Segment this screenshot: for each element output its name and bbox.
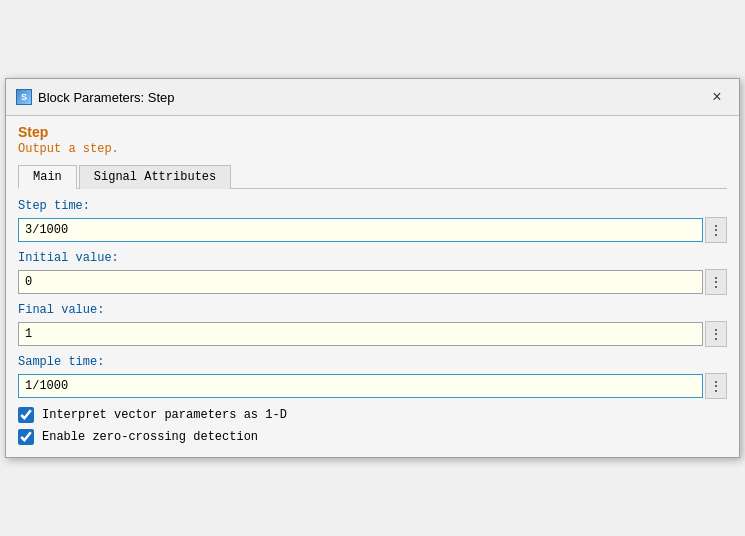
block-name: Step [18, 124, 727, 140]
dialog-block-parameters: S Block Parameters: Step × Step Output a… [5, 78, 740, 458]
input-sample-time[interactable] [18, 374, 703, 398]
block-description: Output a step. [18, 142, 727, 156]
checkbox-label-zero-crossing: Enable zero-crossing detection [42, 430, 258, 444]
checkbox-row-interpret-vector: Interpret vector parameters as 1-D [18, 407, 727, 423]
close-button[interactable]: × [705, 85, 729, 109]
menu-button-final-value[interactable]: ⋮ [705, 321, 727, 347]
checkbox-enable-zero-crossing[interactable] [18, 429, 34, 445]
block-icon: S [16, 89, 32, 105]
input-row-final-value: ⋮ [18, 321, 727, 347]
title-bar: S Block Parameters: Step × [6, 79, 739, 116]
tab-main[interactable]: Main [18, 165, 77, 189]
checkbox-row-zero-crossing: Enable zero-crossing detection [18, 429, 727, 445]
label-initial-value: Initial value: [18, 251, 727, 265]
checkbox-interpret-vector[interactable] [18, 407, 34, 423]
input-initial-value[interactable] [18, 270, 703, 294]
input-step-time[interactable] [18, 218, 703, 242]
menu-button-sample-time[interactable]: ⋮ [705, 373, 727, 399]
menu-button-step-time[interactable]: ⋮ [705, 217, 727, 243]
menu-button-initial-value[interactable]: ⋮ [705, 269, 727, 295]
tabs-bar: Main Signal Attributes [18, 164, 727, 189]
label-final-value: Final value: [18, 303, 727, 317]
input-row-initial-value: ⋮ [18, 269, 727, 295]
title-bar-left: S Block Parameters: Step [16, 89, 175, 105]
window-title: Block Parameters: Step [38, 90, 175, 105]
tab-signal-attributes[interactable]: Signal Attributes [79, 165, 231, 189]
input-final-value[interactable] [18, 322, 703, 346]
label-step-time: Step time: [18, 199, 727, 213]
label-sample-time: Sample time: [18, 355, 727, 369]
content-area: Step Output a step. Main Signal Attribut… [6, 116, 739, 457]
input-row-step-time: ⋮ [18, 217, 727, 243]
input-row-sample-time: ⋮ [18, 373, 727, 399]
checkbox-label-interpret-vector: Interpret vector parameters as 1-D [42, 408, 287, 422]
